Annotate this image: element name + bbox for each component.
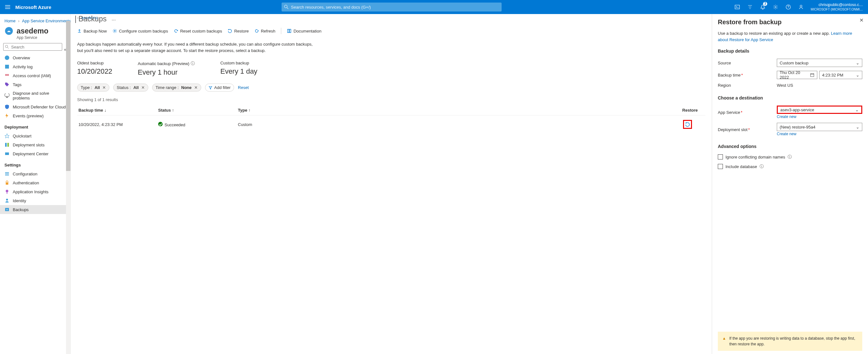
checkbox-label: Ignore conflicting domain names	[725, 155, 785, 159]
sidebar-item-label: Events (preview)	[13, 114, 44, 118]
sidebar-item-deployment-slots[interactable]: Deployment slots	[0, 140, 70, 149]
global-search-input[interactable]	[282, 3, 502, 11]
clear-filter-icon[interactable]: ✕	[102, 85, 106, 90]
refresh-icon	[174, 29, 178, 33]
sidebar-item-defender[interactable]: Microsoft Defender for Cloud	[0, 102, 70, 111]
clear-filter-icon[interactable]: ✕	[141, 85, 145, 90]
sidebar-item-label: Activity log	[13, 64, 33, 69]
backup-time-dropdown[interactable]: 4:23:32 PM⌄	[819, 71, 862, 79]
sidebar-item-events[interactable]: Events (preview)	[0, 111, 70, 120]
sidebar-item-app-insights[interactable]: Application Insights	[0, 187, 70, 196]
svg-rect-14	[6, 182, 8, 185]
brand-label: Microsoft Azure	[15, 4, 51, 10]
sidebar-item-identity[interactable]: Identity	[0, 196, 70, 205]
section-advanced: Advanced options	[718, 138, 862, 152]
create-new-link[interactable]: Create new	[777, 115, 862, 119]
notifications-icon[interactable]: 3	[757, 1, 769, 13]
sidebar-scrollbar-thumb[interactable]	[66, 21, 70, 171]
reset-filters-link[interactable]: Reset	[238, 85, 249, 90]
configure-backups-button[interactable]: Configure custom backups	[113, 29, 168, 33]
clear-filter-icon[interactable]: ✕	[194, 85, 198, 90]
col-header-restore: Restore	[318, 108, 704, 113]
source-dropdown[interactable]: Custom backup⌄	[777, 59, 862, 67]
refresh-icon	[254, 29, 259, 33]
col-header-backup-time[interactable]: Backup time ↓	[79, 108, 158, 113]
close-panel-icon[interactable]: ✕	[859, 17, 864, 23]
col-header-type[interactable]: Type ↑	[238, 108, 318, 113]
info-text: App backups happen automatically every h…	[77, 38, 319, 56]
settings-icon[interactable]	[770, 1, 781, 13]
sidebar-item-deployment-center[interactable]: Deployment Center	[0, 149, 70, 158]
sidebar-item-label: Authentication	[13, 180, 39, 185]
results-count: Showing 1 of 1 results	[77, 94, 705, 105]
more-icon[interactable]: ⋯	[112, 18, 116, 22]
svg-rect-16	[7, 192, 7, 194]
stat-value-auto: Every 1 hour	[138, 66, 195, 77]
filter-pill-timerange[interactable]: Time range : None✕	[152, 84, 201, 91]
panel-title: Restore from backup	[718, 17, 862, 30]
cell-status: Succeeded	[164, 122, 185, 127]
hamburger-menu[interactable]	[3, 4, 13, 9]
cloud-shell-icon[interactable]	[732, 1, 743, 13]
info-icon[interactable]: ⓘ	[191, 61, 195, 66]
field-label-region: Region	[718, 83, 777, 88]
stat-value-oldest: 10/20/2022	[77, 65, 112, 76]
svg-point-6	[5, 45, 8, 48]
add-filter-button[interactable]: Add filter	[205, 84, 234, 91]
ignore-domains-checkbox[interactable]: Ignore conflicting domain namesⓘ	[718, 152, 862, 162]
sidebar-item-iam[interactable]: Access control (IAM)	[0, 71, 70, 80]
sort-up-icon: ↑	[248, 108, 251, 113]
section-backup-details: Backup details	[718, 43, 862, 57]
filter-funnel-icon	[209, 86, 212, 90]
create-new-link[interactable]: Create new	[777, 132, 862, 136]
backup-now-button[interactable]: Backup Now	[77, 29, 107, 33]
sidebar-item-configuration[interactable]: Configuration	[0, 169, 70, 178]
tool-label: Refresh	[261, 29, 276, 33]
table-row[interactable]: 10/20/2022, 4:23:32 PM Succeeded Custom	[77, 115, 705, 133]
field-label-backup-time: Backup time	[718, 73, 741, 78]
sidebar-item-authentication[interactable]: Authentication	[0, 178, 70, 187]
chevron-down-icon: ⌄	[855, 108, 859, 112]
restore-button[interactable]: Restore	[228, 29, 249, 33]
upload-icon	[77, 29, 82, 33]
sidebar-item-label: Diagnose and solve problems	[13, 91, 66, 100]
svg-rect-8	[5, 65, 9, 68]
row-restore-button[interactable]	[683, 120, 692, 129]
documentation-link[interactable]: Documentation	[287, 29, 321, 33]
divider	[281, 28, 281, 34]
sidebar-item-backups[interactable]: Backups	[0, 205, 70, 214]
include-database-checkbox[interactable]: Include databaseⓘ	[718, 162, 862, 171]
panel-description: Use a backup to restore an existing app …	[718, 31, 831, 36]
filter-pill-type[interactable]: Type : All✕	[77, 84, 110, 91]
info-icon[interactable]: ⓘ	[760, 164, 764, 169]
account-menu[interactable]: chrisqpublic@contoso.c… MICROSOFT (MICRO…	[808, 3, 865, 12]
sidebar-item-quickstart[interactable]: Quickstart	[0, 131, 70, 140]
breadcrumb-l1[interactable]: App Service Environments	[22, 19, 71, 23]
stat-value-custom: Every 1 day	[220, 65, 257, 76]
sidebar-item-diagnose[interactable]: Diagnose and solve problems	[0, 89, 70, 102]
backup-date-picker[interactable]: Thu Oct 20 2022	[777, 71, 817, 79]
sidebar-item-overview[interactable]: Overview	[0, 53, 70, 62]
sidebar-search-input[interactable]	[3, 43, 62, 51]
tool-label: Configure custom backups	[119, 29, 168, 33]
filter-icon[interactable]	[744, 1, 756, 13]
field-label-deployment-slot: Deployment slot	[718, 127, 747, 132]
reset-backups-button[interactable]: Reset custom backups	[174, 29, 222, 33]
app-service-dropdown[interactable]: asev3-app-service⌄	[777, 106, 862, 114]
sidebar-item-tags[interactable]: Tags	[0, 80, 70, 89]
deployment-slot-dropdown[interactable]: (New) restore-95a4⌄	[777, 123, 862, 131]
checkbox-box	[718, 164, 723, 169]
svg-rect-11	[5, 143, 7, 147]
sort-up-icon: ↑	[172, 108, 174, 113]
info-icon[interactable]: ⓘ	[788, 154, 792, 160]
filter-pill-status[interactable]: Status : All✕	[113, 84, 148, 91]
help-icon[interactable]	[782, 1, 794, 13]
filter-label: Type :	[81, 85, 92, 90]
feedback-icon[interactable]	[795, 1, 807, 13]
col-header-status[interactable]: Status ↑	[158, 108, 238, 113]
sidebar-item-activity-log[interactable]: Activity log	[0, 62, 70, 71]
refresh-button[interactable]: Refresh	[254, 29, 276, 33]
cell-type: Custom	[238, 122, 318, 127]
required-marker: *	[748, 127, 750, 132]
search-icon	[5, 45, 9, 49]
